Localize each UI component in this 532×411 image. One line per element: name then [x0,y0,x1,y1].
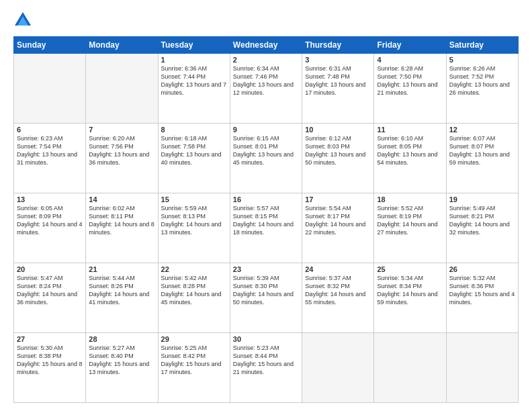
day-number: 29 [161,335,227,343]
day-info: Sunrise: 5:39 AM Sunset: 8:30 PM Dayligh… [233,274,299,307]
page: SundayMondayTuesdayWednesdayThursdayFrid… [0,0,532,411]
weekday-header-thursday: Thursday [302,37,374,54]
calendar-cell: 5Sunrise: 6:26 AM Sunset: 7:52 PM Daylig… [446,54,518,124]
day-info: Sunrise: 6:10 AM Sunset: 8:05 PM Dayligh… [377,134,443,167]
day-info: Sunrise: 6:26 AM Sunset: 7:52 PM Dayligh… [449,64,515,97]
day-number: 3 [305,56,371,64]
calendar-cell: 26Sunrise: 5:32 AM Sunset: 8:36 PM Dayli… [446,263,518,333]
day-number: 11 [377,126,443,134]
weekday-header-monday: Monday [86,37,158,54]
day-info: Sunrise: 6:12 AM Sunset: 8:03 PM Dayligh… [305,134,371,167]
day-number: 16 [233,195,299,203]
day-info: Sunrise: 5:27 AM Sunset: 8:40 PM Dayligh… [89,344,154,377]
day-number: 1 [161,56,227,64]
week-row-0: 1Sunrise: 6:36 AM Sunset: 7:44 PM Daylig… [14,54,519,124]
day-number: 14 [89,195,154,203]
calendar-cell: 3Sunrise: 6:31 AM Sunset: 7:48 PM Daylig… [302,54,374,124]
day-info: Sunrise: 5:44 AM Sunset: 8:26 PM Dayligh… [89,274,154,307]
day-number: 30 [233,335,299,343]
day-number: 28 [89,335,154,343]
week-row-4: 27Sunrise: 5:30 AM Sunset: 8:38 PM Dayli… [14,333,519,403]
day-info: Sunrise: 5:49 AM Sunset: 8:21 PM Dayligh… [449,204,515,237]
weekday-header-saturday: Saturday [446,37,518,54]
header [13,11,519,30]
calendar-cell: 21Sunrise: 5:44 AM Sunset: 8:26 PM Dayli… [86,263,158,333]
day-number: 2 [233,56,299,64]
calendar-cell: 24Sunrise: 5:37 AM Sunset: 8:32 PM Dayli… [302,263,374,333]
calendar-cell: 2Sunrise: 6:34 AM Sunset: 7:46 PM Daylig… [230,54,302,124]
day-info: Sunrise: 6:36 AM Sunset: 7:44 PM Dayligh… [161,64,227,97]
day-info: Sunrise: 5:42 AM Sunset: 8:28 PM Dayligh… [161,274,227,307]
calendar-table: SundayMondayTuesdayWednesdayThursdayFrid… [13,36,519,403]
weekday-header-sunday: Sunday [14,37,86,54]
calendar-cell: 15Sunrise: 5:59 AM Sunset: 8:13 PM Dayli… [158,193,230,263]
day-info: Sunrise: 5:54 AM Sunset: 8:17 PM Dayligh… [305,204,371,237]
day-number: 25 [377,265,443,273]
day-info: Sunrise: 5:34 AM Sunset: 8:34 PM Dayligh… [377,274,443,307]
day-number: 18 [377,195,443,203]
calendar-cell: 6Sunrise: 6:23 AM Sunset: 7:54 PM Daylig… [14,124,86,193]
logo-icon [13,11,32,30]
calendar-cell: 18Sunrise: 5:52 AM Sunset: 8:19 PM Dayli… [374,193,446,263]
day-info: Sunrise: 5:52 AM Sunset: 8:19 PM Dayligh… [377,204,443,237]
day-number: 7 [89,126,154,134]
calendar-cell: 30Sunrise: 5:23 AM Sunset: 8:44 PM Dayli… [230,333,302,403]
day-number: 4 [377,56,443,64]
calendar-cell: 12Sunrise: 6:07 AM Sunset: 8:07 PM Dayli… [446,124,518,193]
day-number: 27 [17,335,83,343]
logo [13,11,35,30]
day-number: 10 [305,126,371,134]
calendar-cell: 13Sunrise: 6:05 AM Sunset: 8:09 PM Dayli… [14,193,86,263]
day-info: Sunrise: 5:25 AM Sunset: 8:42 PM Dayligh… [161,344,227,377]
calendar-cell: 28Sunrise: 5:27 AM Sunset: 8:40 PM Dayli… [86,333,158,403]
calendar-cell: 25Sunrise: 5:34 AM Sunset: 8:34 PM Dayli… [374,263,446,333]
calendar-cell: 29Sunrise: 5:25 AM Sunset: 8:42 PM Dayli… [158,333,230,403]
week-row-1: 6Sunrise: 6:23 AM Sunset: 7:54 PM Daylig… [14,124,519,193]
calendar-cell: 8Sunrise: 6:18 AM Sunset: 7:58 PM Daylig… [158,124,230,193]
day-number: 23 [233,265,299,273]
calendar-cell: 16Sunrise: 5:57 AM Sunset: 8:15 PM Dayli… [230,193,302,263]
day-number: 5 [449,56,515,64]
day-number: 15 [161,195,227,203]
day-info: Sunrise: 5:30 AM Sunset: 8:38 PM Dayligh… [17,344,83,377]
day-info: Sunrise: 6:23 AM Sunset: 7:54 PM Dayligh… [17,134,83,167]
calendar-cell [302,333,374,403]
weekday-header-wednesday: Wednesday [230,37,302,54]
day-number: 20 [17,265,83,273]
week-row-3: 20Sunrise: 5:47 AM Sunset: 8:24 PM Dayli… [14,263,519,333]
calendar-cell [374,333,446,403]
day-info: Sunrise: 6:05 AM Sunset: 8:09 PM Dayligh… [17,204,83,237]
calendar-cell: 9Sunrise: 6:15 AM Sunset: 8:01 PM Daylig… [230,124,302,193]
day-info: Sunrise: 6:02 AM Sunset: 8:11 PM Dayligh… [89,204,154,237]
day-info: Sunrise: 5:47 AM Sunset: 8:24 PM Dayligh… [17,274,83,307]
day-info: Sunrise: 5:59 AM Sunset: 8:13 PM Dayligh… [161,204,227,237]
day-info: Sunrise: 6:34 AM Sunset: 7:46 PM Dayligh… [233,64,299,97]
day-number: 9 [233,126,299,134]
calendar-cell: 19Sunrise: 5:49 AM Sunset: 8:21 PM Dayli… [446,193,518,263]
weekday-header-friday: Friday [374,37,446,54]
calendar-cell: 7Sunrise: 6:20 AM Sunset: 7:56 PM Daylig… [86,124,158,193]
calendar-cell: 22Sunrise: 5:42 AM Sunset: 8:28 PM Dayli… [158,263,230,333]
day-number: 17 [305,195,371,203]
calendar-cell: 14Sunrise: 6:02 AM Sunset: 8:11 PM Dayli… [86,193,158,263]
calendar-cell: 27Sunrise: 5:30 AM Sunset: 8:38 PM Dayli… [14,333,86,403]
day-info: Sunrise: 6:18 AM Sunset: 7:58 PM Dayligh… [161,134,227,167]
day-info: Sunrise: 6:20 AM Sunset: 7:56 PM Dayligh… [89,134,154,167]
week-row-2: 13Sunrise: 6:05 AM Sunset: 8:09 PM Dayli… [14,193,519,263]
day-info: Sunrise: 6:28 AM Sunset: 7:50 PM Dayligh… [377,64,443,97]
weekday-header-row: SundayMondayTuesdayWednesdayThursdayFrid… [14,37,519,54]
calendar-cell: 17Sunrise: 5:54 AM Sunset: 8:17 PM Dayli… [302,193,374,263]
day-info: Sunrise: 5:37 AM Sunset: 8:32 PM Dayligh… [305,274,371,307]
day-number: 13 [17,195,83,203]
calendar-cell [446,333,518,403]
calendar-cell [14,54,86,124]
day-number: 22 [161,265,227,273]
calendar-cell: 23Sunrise: 5:39 AM Sunset: 8:30 PM Dayli… [230,263,302,333]
day-number: 19 [449,195,515,203]
day-number: 6 [17,126,83,134]
weekday-header-tuesday: Tuesday [158,37,230,54]
day-info: Sunrise: 6:07 AM Sunset: 8:07 PM Dayligh… [449,134,515,167]
day-info: Sunrise: 5:23 AM Sunset: 8:44 PM Dayligh… [233,344,299,377]
calendar-cell: 20Sunrise: 5:47 AM Sunset: 8:24 PM Dayli… [14,263,86,333]
calendar-cell [86,54,158,124]
